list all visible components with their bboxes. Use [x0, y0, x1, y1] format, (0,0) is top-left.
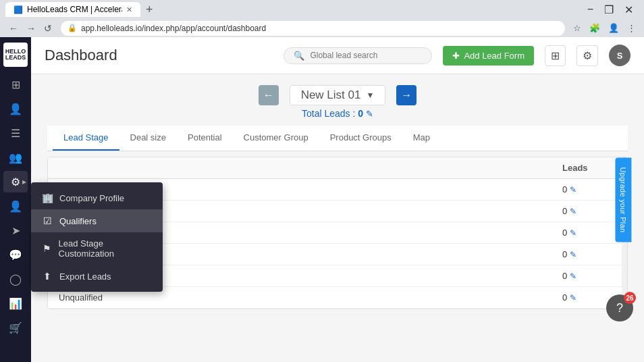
lock-icon: 🔒 — [68, 24, 77, 32]
leads-value: 0 — [562, 271, 567, 281]
tabs-bar: Lead Stage Deal size Potential Customer … — [47, 126, 628, 151]
url-bar[interactable]: 🔒 app.helloleads.io/index.php/app/accoun… — [61, 21, 565, 36]
add-lead-label: Add Lead Form — [464, 51, 525, 61]
sidebar: HELLOLEADS ⊞ 👤 ☰ 👥 ⚙ ▶ 👤 ➤ 💬 ◯ 📊 🛒 — [0, 37, 31, 362]
tab-product-groups[interactable]: Product Groups — [319, 126, 402, 151]
prev-list-btn[interactable]: ← — [259, 85, 279, 105]
menu-btn[interactable]: ⋮ — [624, 22, 639, 34]
table-header: Leads — [48, 157, 627, 179]
menu-item-label: Export Leads — [59, 272, 111, 282]
col-leads-header: Leads — [562, 163, 616, 173]
leads-value: 0 — [562, 206, 567, 216]
browser-actions: ☆ 🧩 👤 ⋮ — [570, 22, 639, 34]
upgrade-plan-banner[interactable]: Upgrade your Plan — [616, 157, 632, 242]
tab-lead-stage[interactable]: Lead Stage — [53, 126, 119, 151]
sidebar-icon-send[interactable]: ➤ — [3, 219, 28, 241]
tab-close-btn[interactable]: ✕ — [126, 5, 132, 14]
app-container: HELLOLEADS ⊞ 👤 ☰ 👥 ⚙ ▶ 👤 ➤ 💬 ◯ 📊 🛒 🏢 Com… — [0, 37, 644, 362]
sidebar-icon-groups[interactable]: 👥 — [3, 147, 28, 168]
logo-text: HELLOLEADS — [5, 49, 26, 61]
edit-pencil-icon[interactable]: ✎ — [570, 293, 576, 303]
next-list-btn[interactable]: → — [396, 85, 417, 105]
list-navigation: ← New List 01 ▼ → — [47, 85, 628, 105]
sidebar-icon-chat[interactable]: 💬 — [3, 244, 28, 265]
total-leads-label: Total Leads : — [302, 108, 355, 119]
edit-pencil-icon[interactable]: ✎ — [570, 207, 576, 216]
list-dropdown-arrow: ▼ — [366, 90, 374, 100]
restore-btn[interactable]: ❐ — [599, 3, 619, 16]
sidebar-icon-settings[interactable]: ⚙ ▶ — [3, 171, 28, 192]
tab-bar: 🟦 HelloLeads CRM | Accelerate Yo... ✕ + … — [0, 0, 644, 19]
sidebar-icon-home[interactable]: ⊞ — [3, 74, 28, 95]
sidebar-icon-cart[interactable]: 🛒 — [3, 317, 28, 338]
address-bar: ← → ↺ 🔒 app.helloleads.io/index.php/app/… — [0, 19, 644, 37]
total-leads-edit-icon[interactable]: ✎ — [366, 109, 373, 119]
tab-deal-size[interactable]: Deal size — [119, 126, 177, 151]
tab-customer-group[interactable]: Customer Group — [233, 126, 319, 151]
leads-value: 0 — [562, 228, 567, 238]
menu-item-export-leads[interactable]: ⬆ Export Leads — [31, 265, 163, 288]
search-bar[interactable]: 🔍 — [284, 47, 432, 64]
tab-map[interactable]: Map — [402, 126, 441, 151]
browser-chrome: 🟦 HelloLeads CRM | Accelerate Yo... ✕ + … — [0, 0, 644, 37]
gear-icon-btn[interactable]: ⚙ — [576, 45, 598, 66]
forward-btn[interactable]: → — [23, 22, 39, 35]
active-tab[interactable]: 🟦 HelloLeads CRM | Accelerate Yo... ✕ — [5, 2, 140, 17]
sidebar-icon-contacts[interactable]: 👤 — [3, 98, 28, 120]
search-input[interactable] — [310, 51, 411, 60]
plus-icon: ✚ — [452, 51, 460, 61]
leads-count: 0 ✎ — [562, 249, 616, 259]
sidebar-arrow-icon: ▶ — [22, 179, 26, 185]
app-logo[interactable]: HELLOLEADS — [3, 43, 28, 67]
help-button[interactable]: 26 ? — [606, 294, 633, 321]
leads-value: 0 — [562, 184, 567, 195]
menu-item-qualifiers[interactable]: ☑ Qualifiers — [31, 209, 163, 232]
tab-potential[interactable]: Potential — [177, 126, 233, 151]
reload-btn[interactable]: ↺ — [41, 22, 55, 35]
back-btn[interactable]: ← — [5, 22, 22, 35]
settings-dropdown-menu: 🏢 Company Profile ☑ Qualifiers ⚑ Lead St… — [31, 182, 163, 292]
total-leads-count: 0 — [358, 108, 363, 119]
edit-pencil-icon[interactable]: ✎ — [570, 228, 576, 238]
search-icon: 🔍 — [294, 51, 304, 61]
menu-item-label: Qualifiers — [59, 216, 97, 226]
leads-count: 0 ✎ — [562, 228, 616, 238]
bookmark-btn[interactable]: ☆ — [570, 22, 584, 34]
new-tab-btn[interactable]: + — [143, 3, 156, 17]
sidebar-icon-activity[interactable]: ◯ — [3, 268, 28, 290]
leads-count: 0 ✎ — [562, 184, 616, 195]
edit-pencil-icon[interactable]: ✎ — [570, 250, 576, 259]
col-stage-header — [59, 163, 562, 173]
minimize-btn[interactable]: − — [582, 3, 599, 16]
avatar-btn[interactable]: S — [609, 45, 630, 66]
leads-count: 0 ✎ — [562, 271, 616, 281]
leads-count: 0 ✎ — [562, 206, 616, 216]
help-symbol: ? — [616, 301, 623, 315]
leads-value: 0 — [562, 292, 567, 303]
list-name-text: New List 01 — [301, 88, 361, 102]
sidebar-icon-user[interactable]: 👤 — [3, 195, 28, 217]
menu-item-label: Lead Stage Customization — [59, 238, 152, 259]
edit-pencil-icon[interactable]: ✎ — [570, 272, 576, 281]
page-title: Dashboard — [45, 47, 273, 64]
top-header: Dashboard 🔍 ✚ Add Lead Form ⊞ ⚙ S — [31, 37, 644, 74]
list-name-selector[interactable]: New List 01 ▼ — [290, 85, 386, 105]
lead-stage-icon: ⚑ — [42, 243, 52, 254]
export-leads-icon: ⬆ — [42, 271, 53, 282]
grid-icon-btn[interactable]: ⊞ — [545, 45, 566, 66]
menu-item-company-profile[interactable]: 🏢 Company Profile — [31, 186, 163, 209]
sidebar-icon-chart[interactable]: 📊 — [3, 292, 28, 314]
tab-title: HelloLeads CRM | Accelerate Yo... — [27, 5, 122, 14]
close-btn[interactable]: ✕ — [619, 3, 639, 16]
extensions-btn[interactable]: 🧩 — [587, 22, 603, 34]
edit-pencil-icon[interactable]: ✎ — [570, 185, 576, 195]
menu-item-lead-stage-customization[interactable]: ⚑ Lead Stage Customization — [31, 232, 163, 265]
nav-buttons: ← → ↺ — [5, 22, 55, 35]
window-controls: − ❐ ✕ — [582, 3, 639, 16]
url-text: app.helloleads.io/index.php/app/account/… — [81, 24, 266, 33]
sidebar-icon-list[interactable]: ☰ — [3, 122, 28, 144]
leads-value: 0 — [562, 249, 567, 259]
total-leads-section: Total Leads : 0 ✎ — [47, 108, 628, 119]
account-btn[interactable]: 👤 — [606, 22, 622, 34]
add-lead-btn[interactable]: ✚ Add Lead Form — [443, 46, 534, 66]
